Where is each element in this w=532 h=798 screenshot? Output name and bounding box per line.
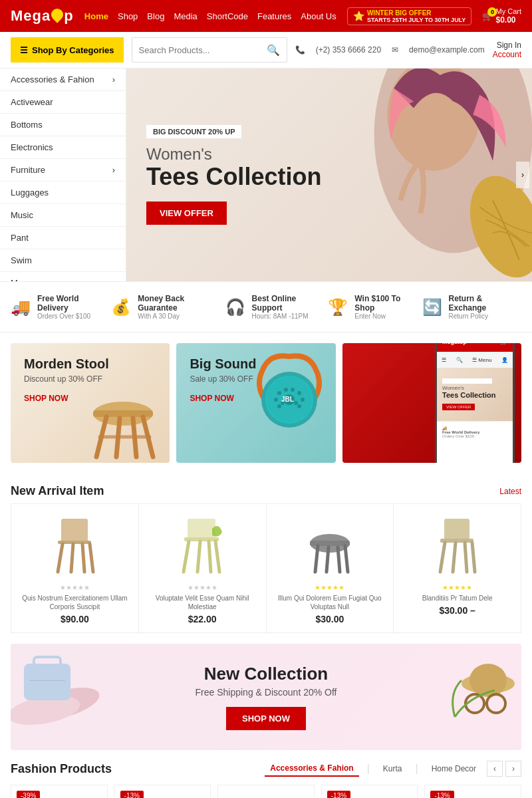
sidebar-item-activewear[interactable]: Activewear bbox=[0, 91, 126, 114]
phone-device: Megatop 🛒 ☰ 🔍 ☰ Menu 👤 BIG DISCOUNT 20% … bbox=[435, 343, 515, 463]
feature-delivery: 🚚 Free World Delivery Orders Over $100 bbox=[11, 294, 111, 320]
sidebar-item-more[interactable]: More▾ bbox=[0, 272, 126, 281]
nav-shortcode[interactable]: ShortCode bbox=[207, 11, 248, 21]
phone-banner: BIG DISCOUNT 20% UP Women's Tees Collect… bbox=[437, 368, 513, 421]
svg-rect-30 bbox=[188, 519, 215, 539]
fashion-card-5: -13% bbox=[424, 785, 521, 798]
feature-win: 🏆 Win $100 To Shop Enter Now bbox=[328, 294, 422, 320]
collection-shop-now-button[interactable]: SHOP NOW bbox=[226, 707, 306, 730]
product-image-3 bbox=[275, 512, 386, 579]
product-card-2: ★★★★★ Voluptate Velit Esse Quam Nihil Mo… bbox=[139, 503, 267, 633]
feature-win-title: Win $100 To Shop bbox=[354, 294, 422, 313]
new-arrival-products: ★★★★★ Quis Nostrum Exercitationem Ullam … bbox=[0, 503, 532, 644]
svg-rect-42 bbox=[444, 519, 469, 540]
fashion-card-4: -13% bbox=[321, 785, 418, 798]
svg-line-29 bbox=[90, 544, 93, 572]
email-address: demo@example.com bbox=[409, 45, 485, 55]
fashion-products-grid: -39% -13% bbox=[11, 785, 521, 798]
svg-line-46 bbox=[465, 543, 467, 572]
search-input[interactable] bbox=[139, 45, 267, 55]
feature-money-back: 💰 Money Back Guarantee With A 30 Day bbox=[111, 294, 225, 320]
tab-home-decor[interactable]: Home Decor bbox=[426, 761, 481, 776]
sidebar-item-accessories[interactable]: Accessories & Fahion› bbox=[0, 68, 126, 91]
stool-shop-now[interactable]: SHOP NOW bbox=[24, 394, 68, 403]
product-desc-3: Illum Qui Dolorem Eum Fugiat Quo Volupta… bbox=[275, 594, 386, 611]
product-price-3: $30.00 bbox=[275, 614, 386, 624]
view-offer-button[interactable]: VIEW OFFER bbox=[146, 201, 227, 225]
cart-area[interactable]: 🛒 0 My Cart $0.00 bbox=[482, 7, 521, 25]
hero-discount-badge: BIG DISCOUNT 20% UP bbox=[146, 125, 241, 138]
phone-header: Megatop 🛒 bbox=[437, 343, 513, 352]
product-card-3: ★★★★★ Illum Qui Dolorem Eum Fugiat Quo V… bbox=[267, 503, 394, 633]
search-field-wrap: 🔍 bbox=[132, 37, 287, 63]
nav-blog[interactable]: Blog bbox=[147, 11, 164, 21]
fashion-prev-button[interactable]: ‹ bbox=[487, 761, 503, 777]
phone-banner-title: Tees Collection bbox=[442, 391, 507, 399]
cart-label: My Cart $0.00 bbox=[495, 7, 521, 25]
new-collection-banner: New Collection Free Shipping & Discount … bbox=[11, 644, 521, 750]
sidebar-item-electronics[interactable]: Electronics bbox=[0, 136, 126, 159]
svg-line-40 bbox=[338, 547, 340, 572]
nav-media[interactable]: Media bbox=[174, 11, 197, 21]
top-bar: Mega p Home Shop Blog Media ShortCode Fe… bbox=[0, 0, 532, 32]
sidebar-item-bottoms[interactable]: Bottoms bbox=[0, 114, 126, 136]
sidebar-item-luggages[interactable]: Luggages bbox=[0, 182, 126, 204]
fashion-section: Fashion Products Accessories & Fahion | … bbox=[0, 761, 532, 798]
sidebar-item-swim[interactable]: Swim bbox=[0, 249, 126, 272]
svg-line-38 bbox=[315, 546, 318, 572]
svg-line-45 bbox=[453, 543, 456, 572]
feature-return: 🔄 Return & Exchange Return Policy bbox=[422, 294, 521, 320]
fashion-section-title: Fashion Products bbox=[11, 762, 112, 776]
product-image-1 bbox=[19, 512, 130, 579]
hero-banner: BIG DISCOUNT 20% UP Women's Tees Collect… bbox=[126, 68, 532, 281]
stool-sub: Discount up 30% OFF bbox=[24, 374, 156, 384]
sidebar-item-furniture[interactable]: Furniture› bbox=[0, 159, 126, 182]
speaker-shop-now[interactable]: SHOP NOW bbox=[190, 394, 233, 403]
fashion-header: Fashion Products Accessories & Fahion | … bbox=[11, 761, 521, 777]
svg-point-22 bbox=[297, 404, 301, 408]
nav-shop[interactable]: Shop bbox=[118, 11, 138, 21]
discount-tag-4: -13% bbox=[327, 791, 350, 798]
winter-offer-title: WINTER BIG OFFER bbox=[367, 9, 466, 17]
fashion-next-button[interactable]: › bbox=[505, 761, 521, 777]
feature-delivery-title: Free World Delivery bbox=[37, 294, 111, 313]
search-icon[interactable]: 🔍 bbox=[267, 44, 280, 57]
phone-icon: 📞 bbox=[295, 45, 305, 55]
collection-center: New Collection Free Shipping & Discount … bbox=[37, 664, 495, 730]
money-back-icon: 💰 bbox=[111, 298, 131, 317]
new-arrival-header: New Arrival Item Latest bbox=[0, 473, 532, 503]
svg-line-32 bbox=[184, 541, 189, 572]
sidebar-item-music[interactable]: Music bbox=[0, 204, 126, 227]
phone-screen: Megatop 🛒 ☰ 🔍 ☰ Menu 👤 BIG DISCOUNT 20% … bbox=[437, 343, 513, 463]
feature-money-back-sub: With A 30 Day bbox=[138, 313, 225, 320]
hero-section: Accessories & Fahion› Activewear Bottoms… bbox=[0, 68, 532, 281]
svg-line-44 bbox=[440, 543, 445, 572]
nav-about[interactable]: About Us bbox=[301, 11, 336, 21]
email-icon: ✉ bbox=[392, 45, 398, 55]
logo[interactable]: Mega p bbox=[11, 7, 74, 25]
sign-in-button[interactable]: Sign In Account bbox=[493, 41, 521, 59]
nav-features[interactable]: Features bbox=[257, 11, 291, 21]
sidebar-item-pant[interactable]: Pant bbox=[0, 227, 126, 249]
product-stars-1: ★★★★★ bbox=[19, 584, 130, 591]
cart-icon-wrap: 🛒 0 bbox=[482, 11, 493, 21]
svg-point-21 bbox=[277, 404, 281, 408]
phone-search-icon: 🔍 bbox=[456, 357, 463, 363]
new-arrival-link[interactable]: Latest bbox=[499, 487, 521, 496]
phone-menu-icon: ☰ bbox=[442, 357, 446, 363]
product-price-4: $30.00 – bbox=[402, 605, 513, 616]
product-price-1: $90.00 bbox=[19, 614, 130, 624]
category-button[interactable]: ☰ Shop By Categories bbox=[11, 37, 124, 63]
hero-next-arrow[interactable]: › bbox=[516, 162, 529, 188]
discount-tag-5: -13% bbox=[430, 791, 454, 798]
promo-stool: Morden Stool Discount up 30% OFF SHOP NO… bbox=[11, 343, 170, 463]
hero-title: Tees Collection bbox=[146, 164, 321, 190]
tab-kurta[interactable]: Kurta bbox=[378, 761, 408, 776]
phone-cart-icon: 🛒 bbox=[500, 343, 507, 345]
fashion-navigation: ‹ › bbox=[487, 761, 521, 777]
nav-home[interactable]: Home bbox=[84, 11, 108, 21]
fashion-tabs: Accessories & Fahion | Kurta | Home Deco… bbox=[265, 761, 481, 777]
svg-line-34 bbox=[209, 541, 211, 572]
feature-support-sub: Hours: 8AM -11PM bbox=[252, 313, 329, 320]
tab-accessories[interactable]: Accessories & Fahion bbox=[265, 761, 358, 777]
